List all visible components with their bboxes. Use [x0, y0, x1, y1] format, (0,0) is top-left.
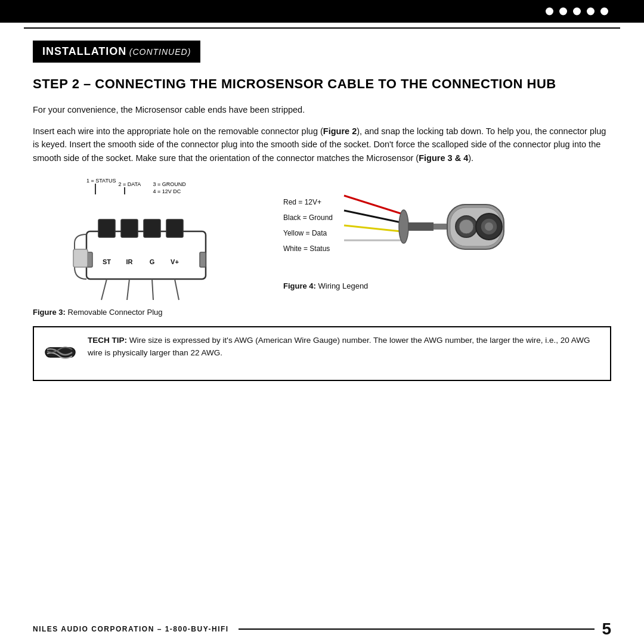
wire-yellow-text: Yellow = Data [283, 229, 327, 237]
footer-page-number: 5 [602, 620, 611, 639]
svg-line-18 [344, 225, 401, 231]
svg-rect-3 [144, 219, 160, 237]
svg-line-10 [127, 279, 129, 300]
svg-point-20 [399, 210, 408, 243]
p2-figure-ref2: Figure 3 & 4 [419, 153, 468, 163]
svg-text:V+: V+ [171, 258, 179, 265]
svg-text:G: G [150, 258, 155, 265]
label-ground: 3 = GROUND [153, 181, 185, 187]
wire-black-text: Black = Ground [283, 213, 333, 222]
tech-tip-box: TECH TIP: Wire size is expressed by it's… [33, 326, 611, 381]
svg-rect-1 [98, 219, 115, 237]
svg-line-16 [344, 196, 401, 213]
section-header-italic: (CONTINUED) [129, 47, 191, 57]
figure4-caption: Figure 4: Wiring Legend [283, 281, 368, 290]
svg-line-11 [152, 279, 153, 300]
wire-label-yellow: Yellow = Data [283, 229, 333, 237]
dot-1 [546, 8, 553, 16]
figure3-diagram: 1 = STATUS 2 = DATA 3 = GROUND 4 = 12V D… [33, 178, 271, 303]
dot-3 [573, 8, 581, 16]
figure3-caption: Figure 3: Removable Connector Plug [33, 308, 271, 317]
figure4-caption-text: Wiring Legend [316, 281, 368, 290]
p2-figure-ref: Figure 2 [323, 126, 357, 136]
svg-text:ST: ST [103, 258, 111, 265]
figures-row: 1 = STATUS 2 = DATA 3 = GROUND 4 = 12V D… [33, 178, 611, 317]
top-bar [0, 0, 644, 23]
wire-label-white: White = Status [283, 244, 333, 253]
paragraph-1: For your convenience, the Microsensor ca… [33, 103, 611, 116]
tech-tip-body: Wire size is expressed by it's AWG (Amer… [88, 336, 590, 357]
svg-line-12 [175, 279, 179, 300]
p2-before: Insert each wire into the appropriate ho… [33, 126, 323, 136]
label-data: 2 = DATA [118, 181, 141, 187]
svg-line-9 [101, 279, 107, 300]
svg-rect-2 [121, 219, 138, 237]
wire-label-red: Red = 12V+ [283, 198, 333, 206]
tech-tip-bold: TECH TIP: [88, 336, 127, 345]
dot-5 [600, 8, 608, 16]
svg-rect-15 [73, 249, 88, 267]
figure4-diagram: Red = 12V+ Black = Ground Yellow = Data … [283, 178, 508, 273]
svg-line-17 [344, 210, 401, 222]
svg-rect-0 [86, 231, 206, 279]
wire-white-text: White = Status [283, 244, 330, 253]
label-vdc: 4 = 12V DC [153, 188, 181, 194]
label-status: 1 = STATUS [86, 178, 116, 184]
wire-labels: Red = 12V+ Black = Ground Yellow = Data … [283, 198, 333, 253]
top-dots [546, 8, 608, 16]
footer: NILES AUDIO CORPORATION – 1-800-BUY-HIFI… [0, 614, 644, 644]
svg-text:IR: IR [126, 258, 133, 265]
connector-svg: ST IR G V+ [57, 196, 247, 303]
dot-4 [587, 8, 595, 16]
wire-label-black: Black = Ground [283, 213, 333, 222]
wiring-sensor-svg [341, 178, 508, 273]
main-content: INSTALLATION (CONTINUED) STEP 2 – CONNEC… [0, 29, 644, 405]
wire-red-text: Red = 12V+ [283, 198, 321, 206]
footer-company: NILES AUDIO CORPORATION – 1-800-BUY-HIFI [33, 625, 229, 633]
paragraph-2: Insert each wire into the appropriate ho… [33, 125, 611, 165]
wire-icon-svg [42, 335, 78, 370]
section-header-bold: INSTALLATION [42, 45, 126, 57]
svg-rect-4 [166, 219, 183, 237]
svg-point-26 [459, 219, 473, 234]
figure3-caption-bold: Figure 3: [33, 308, 66, 317]
figure4-caption-bold: Figure 4: [283, 281, 316, 290]
tech-tip-icon [42, 335, 78, 373]
dot-2 [559, 8, 567, 16]
svg-rect-14 [200, 252, 206, 267]
section-header: INSTALLATION (CONTINUED) [33, 41, 200, 63]
svg-point-29 [485, 222, 493, 231]
footer-line [239, 628, 595, 630]
step-title: STEP 2 – CONNECTING THE MICROSENSOR CABL… [33, 76, 611, 92]
p2-end: ). [468, 153, 473, 163]
figure3-container: 1 = STATUS 2 = DATA 3 = GROUND 4 = 12V D… [33, 178, 271, 317]
tech-tip-text: TECH TIP: Wire size is expressed by it's… [88, 335, 602, 359]
figure4-container: Red = 12V+ Black = Ground Yellow = Data … [271, 178, 611, 290]
figure3-caption-text: Removable Connector Plug [66, 308, 163, 317]
